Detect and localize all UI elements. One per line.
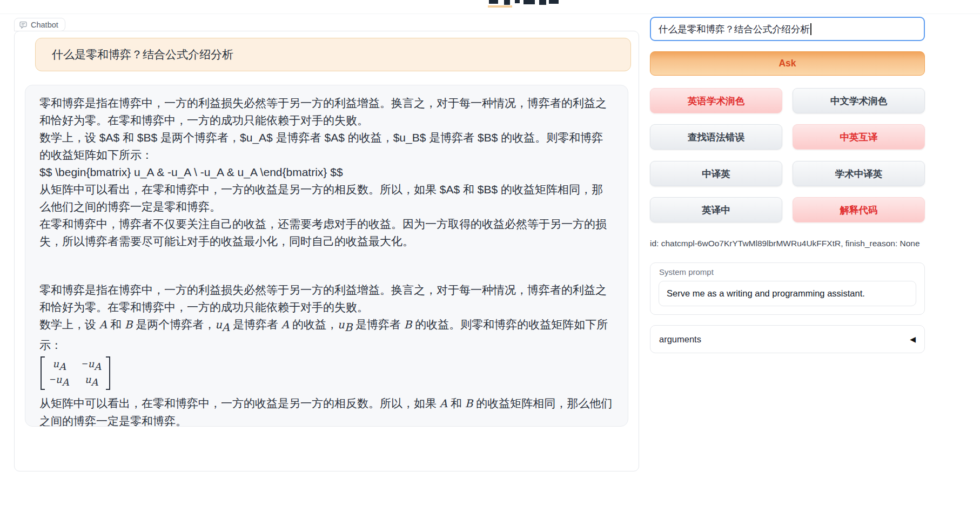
text-cursor xyxy=(810,23,811,35)
bot-paragraph-math: 从矩阵中可以看出，在零和博弈中，一方的收益是另一方的相反数。所以，如果 A 和 … xyxy=(39,395,614,427)
btn-english-academic-polish[interactable]: 英语学术润色 xyxy=(650,88,782,113)
chatbot-label-text: Chatbot xyxy=(31,21,58,29)
btn-academic-zh-to-en[interactable]: 学术中译英 xyxy=(793,161,925,186)
top-divider xyxy=(0,14,980,14)
system-prompt-box: System prompt xyxy=(650,262,925,315)
arguments-accordion-label: arguments xyxy=(659,334,701,345)
chatbot-label: Chatbot xyxy=(14,18,65,31)
matrix-cells: uA−uA−uAuA xyxy=(45,356,106,390)
matrix-left-bracket xyxy=(41,356,45,390)
system-prompt-input[interactable] xyxy=(659,281,916,306)
bot-paragraph-math: 数学上，设 A 和 B 是两个博弈者，uA 是博弈者 A 的收益，uB 是博弈者… xyxy=(39,316,614,354)
user-message-bubble: 什么是零和博弈？结合公式介绍分析 xyxy=(35,38,631,71)
btn-en-to-zh[interactable]: 英译中 xyxy=(650,197,782,223)
message-gap xyxy=(39,250,614,281)
completion-status-line: id: chatcmpl-6wOo7KrYTwMl89lbrMWRu4UkFFX… xyxy=(650,239,920,248)
bot-paragraph: 从矩阵中可以看出，在零和博弈中，一方的收益是另一方的相反数。所以，如果 $A$ … xyxy=(39,181,614,215)
btn-explain-code[interactable]: 解释代码 xyxy=(793,197,925,223)
matrix-right-bracket xyxy=(106,356,110,390)
chat-bubble-icon xyxy=(19,21,27,29)
bot-paragraph: 数学上，设 $A$ 和 $B$ 是两个博弈者，$u_A$ 是博弈者 $A$ 的收… xyxy=(39,129,614,164)
system-prompt-label: System prompt xyxy=(659,267,714,277)
rendered-matrix: uA−uA−uAuA xyxy=(41,356,110,390)
btn-zh-en-mutual-translate[interactable]: 中英互译 xyxy=(793,124,925,150)
ask-button[interactable]: Ask xyxy=(650,51,925,76)
btn-zh-to-en[interactable]: 中译英 xyxy=(650,161,782,186)
bot-paragraph: 零和博弈是指在博弈中，一方的利益损失必然等于另一方的利益增益。换言之，对于每一种… xyxy=(39,95,614,129)
collapse-arrow-icon: ◀ xyxy=(910,335,916,343)
bot-paragraph: 零和博弈是指在博弈中，一方的利益损失必然等于另一方的利益增益。换言之，对于每一种… xyxy=(39,281,614,316)
btn-chinese-academic-polish[interactable]: 中文学术润色 xyxy=(793,88,925,113)
bot-paragraph: 在零和博弈中，博弈者不仅要关注自己的收益，还需要考虑对手的收益。因为一方取得的收… xyxy=(39,215,614,250)
arguments-accordion[interactable]: arguments ◀ xyxy=(650,325,925,353)
user-message-text: 什么是零和博弈？结合公式介绍分析 xyxy=(52,47,233,62)
question-input-value: 什么是零和博弈？结合公式介绍分析 xyxy=(659,23,810,36)
app: Chatbot 什么是零和博弈？结合公式介绍分析 零和博弈是指在博弈中，一方的利… xyxy=(0,0,980,519)
bot-message-bubble: 零和博弈是指在博弈中，一方的利益损失必然等于另一方的利益增益。换言之，对于每一种… xyxy=(25,85,628,427)
question-input[interactable]: 什么是零和博弈？结合公式介绍分析 xyxy=(650,17,925,41)
bot-paragraph-latex: $$ \begin{bmatrix} u_A & -u_A \ -u_A & u… xyxy=(39,164,614,181)
btn-find-grammar-errors[interactable]: 查找语法错误 xyxy=(650,124,782,150)
